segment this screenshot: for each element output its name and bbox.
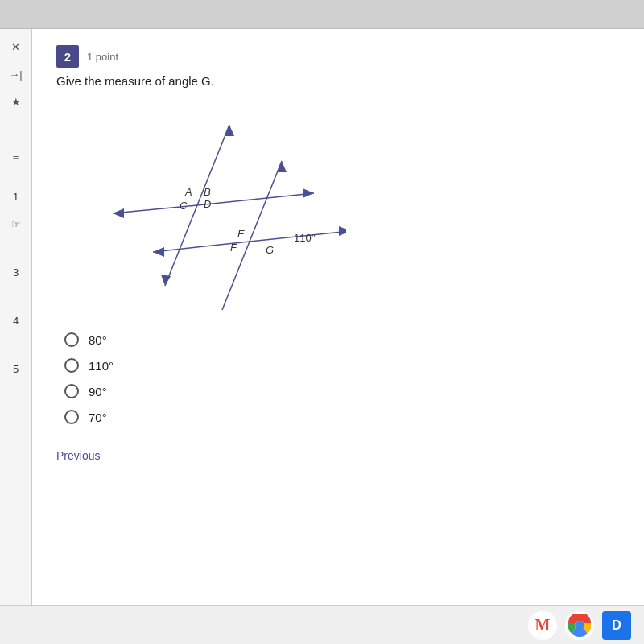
svg-text:E: E: [237, 228, 245, 240]
drive-icon[interactable]: D: [602, 611, 631, 640]
question-points: 1 point: [87, 51, 118, 63]
svg-line-2: [165, 205, 197, 286]
close-icon[interactable]: ✕: [3, 35, 29, 58]
svg-line-8: [250, 161, 282, 242]
svg-marker-9: [277, 161, 287, 172]
svg-text:F: F: [230, 242, 237, 254]
svg-line-6: [197, 193, 314, 205]
sidebar-item-3[interactable]: 3: [3, 261, 29, 283]
main-content: 2 1 point Give the measure of angle G.: [32, 29, 644, 644]
svg-marker-15: [339, 226, 346, 236]
chrome-icon[interactable]: [565, 611, 594, 640]
sidebar-item-4[interactable]: 4: [3, 309, 29, 332]
question-header: 2 1 point: [56, 45, 620, 68]
question-text: Give the measure of angle G.: [56, 74, 620, 88]
choice-c[interactable]: 90°: [64, 384, 620, 398]
star-icon[interactable]: ★: [3, 90, 29, 113]
choice-b[interactable]: 110°: [64, 358, 620, 373]
diagram: A B C D E 110° F G: [72, 101, 620, 313]
taskbar: M D: [0, 605, 644, 644]
menu-icon[interactable]: ≡: [3, 145, 29, 167]
gmail-icon[interactable]: M: [528, 611, 557, 640]
svg-line-0: [197, 125, 229, 205]
svg-text:C: C: [180, 200, 188, 212]
choice-b-label: 110°: [89, 359, 114, 373]
browser-bar: [0, 0, 644, 29]
svg-marker-3: [161, 275, 171, 286]
question-number: 2: [56, 45, 79, 68]
choice-a-label: 80°: [89, 333, 107, 347]
sidebar-item-5[interactable]: 5: [3, 357, 29, 380]
previous-button[interactable]: Previous: [56, 449, 100, 462]
angle-diagram: A B C D E 110° F G: [72, 101, 346, 310]
svg-text:B: B: [204, 186, 211, 198]
radio-b[interactable]: [64, 358, 79, 373]
svg-text:D: D: [204, 198, 211, 210]
hand-icon[interactable]: ☞: [3, 213, 29, 235]
sidebar-item-1[interactable]: 1: [3, 185, 29, 208]
forward-icon[interactable]: →|: [3, 63, 29, 85]
radio-c[interactable]: [64, 384, 79, 398]
radio-d[interactable]: [64, 410, 79, 424]
svg-point-26: [576, 622, 583, 629]
choice-d[interactable]: 70°: [64, 410, 620, 424]
choice-d-label: 70°: [89, 411, 107, 424]
svg-text:G: G: [266, 244, 274, 256]
svg-text:A: A: [184, 186, 192, 198]
minus-icon[interactable]: —: [3, 118, 29, 140]
svg-marker-1: [225, 125, 234, 136]
svg-marker-13: [153, 247, 164, 257]
answer-choices: 80° 110° 90° 70°: [64, 332, 620, 424]
svg-text:110°: 110°: [294, 232, 316, 244]
radio-a[interactable]: [64, 332, 79, 347]
choice-a[interactable]: 80°: [64, 332, 620, 347]
svg-marker-7: [303, 188, 314, 198]
svg-marker-5: [113, 208, 124, 218]
choice-c-label: 90°: [89, 385, 107, 398]
sidebar: ✕ →| ★ — ≡ 1 ☞ 3 4 5: [0, 29, 32, 644]
